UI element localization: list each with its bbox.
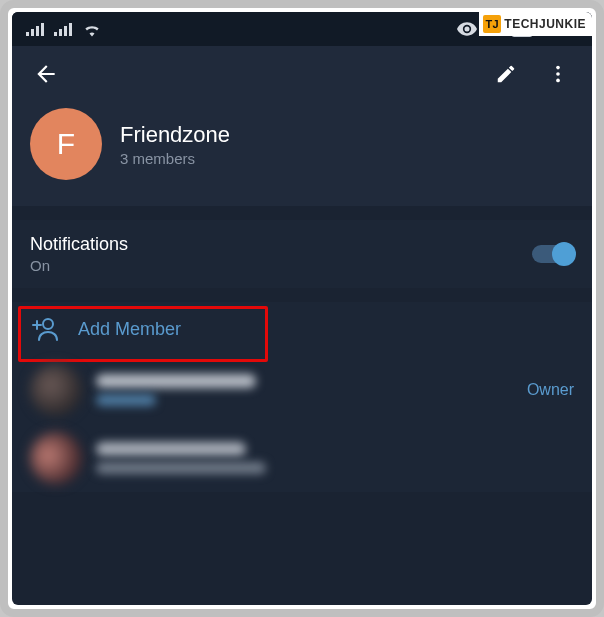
- svg-point-2: [556, 79, 560, 83]
- more-button[interactable]: [536, 52, 580, 96]
- wifi-icon: [82, 21, 102, 37]
- svg-point-1: [556, 72, 560, 76]
- watermark-text: TECHJUNKIE: [504, 17, 586, 31]
- watermark-badge: TJ: [483, 15, 501, 33]
- group-header: F Friendzone 3 members: [12, 102, 592, 206]
- add-member-button[interactable]: Add Member: [12, 302, 592, 356]
- member-name-redacted: [96, 374, 256, 388]
- svg-point-3: [43, 319, 53, 329]
- member-status-redacted: [96, 394, 156, 406]
- member-avatar: [30, 364, 82, 416]
- techjunkie-watermark: TJ TECHJUNKIE: [479, 12, 592, 36]
- member-avatar: [30, 432, 82, 484]
- group-title: Friendzone: [120, 122, 230, 148]
- device-frame: TJ TECHJUNKIE 68 5:24: [0, 0, 604, 617]
- signal-2-icon: [54, 22, 72, 36]
- group-avatar-letter: F: [57, 127, 75, 161]
- group-header-text: Friendzone 3 members: [120, 122, 230, 167]
- back-button[interactable]: [24, 52, 68, 96]
- more-vert-icon: [547, 63, 569, 85]
- notifications-row[interactable]: Notifications On: [30, 234, 574, 274]
- notifications-label: Notifications: [30, 234, 128, 255]
- add-user-icon: [30, 316, 60, 342]
- visibility-icon: [457, 22, 477, 36]
- add-member-label: Add Member: [78, 319, 181, 340]
- app-bar: [12, 46, 592, 102]
- group-subtitle: 3 members: [120, 150, 230, 167]
- member-role: Owner: [527, 381, 574, 399]
- svg-point-0: [556, 66, 560, 70]
- members-section: Add Member Owner: [12, 302, 592, 492]
- member-row[interactable]: [12, 424, 592, 492]
- pencil-icon: [495, 63, 517, 85]
- edit-button[interactable]: [484, 52, 528, 96]
- group-avatar[interactable]: F: [30, 108, 102, 180]
- member-status-redacted: [96, 462, 266, 474]
- notifications-toggle[interactable]: [532, 245, 574, 263]
- screen: TJ TECHJUNKIE 68 5:24: [12, 12, 592, 605]
- notifications-state: On: [30, 257, 128, 274]
- member-name-redacted: [96, 442, 246, 456]
- member-row[interactable]: Owner: [12, 356, 592, 424]
- arrow-left-icon: [33, 61, 59, 87]
- notifications-section: Notifications On: [12, 220, 592, 288]
- signal-1-icon: [26, 22, 44, 36]
